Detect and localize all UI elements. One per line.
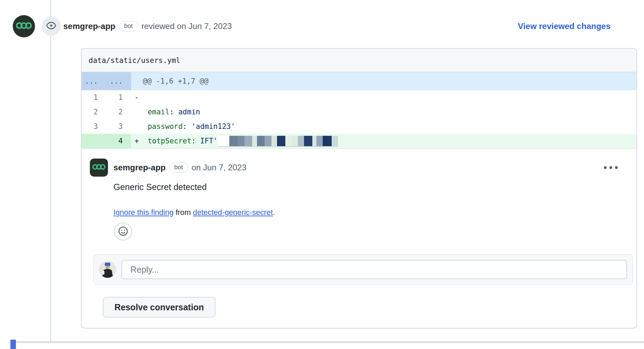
file-path-link[interactable]: data/static/users.yml [89,56,181,65]
redacted-secret [218,136,338,146]
line-number-new[interactable]: 3 [106,119,131,134]
rule-link[interactable]: detected-generic-secret [193,208,273,217]
line-number-old[interactable]: 3 [82,119,106,134]
user-avatar[interactable] [99,261,116,278]
diff-table: 11-22 email: admin33 password: 'admin123… [82,90,636,149]
line-number-new[interactable]: 4 [106,134,131,148]
code-segment: : [191,137,196,145]
reply-input[interactable] [121,260,627,279]
finding-line-period: . [273,208,275,217]
code-segment: password [135,122,183,131]
finding-line-text: from [176,208,191,217]
resolve-conversation-button[interactable]: Resolve conversation [103,297,215,318]
comment-header: semgrep-app bot on Jun 7, 2023 [90,159,636,177]
diff-row: 33 password: 'admin123' [82,119,636,134]
kebab-horizontal-icon [604,166,618,169]
page: semgrep-app bot reviewed on Jun 7, 2023 … [0,0,644,349]
line-number-old[interactable]: 1 [82,90,106,105]
code-segment: email [135,108,169,116]
line-number-old[interactable]: 2 [82,105,106,119]
comment-date: on Jun 7, 2023 [192,163,247,172]
code-segment: admin [174,108,200,116]
section-divider [16,341,644,343]
code-line: password: 'admin123' [131,119,636,134]
smiley-icon [118,226,128,237]
hunk-expander-new[interactable]: ... [106,72,131,90]
diff-hunk-row: ... ... @@ -1,6 +1,7 @@ [82,72,636,90]
diff-row: 11- [82,90,636,105]
diff-marker: + [135,137,139,145]
eye-badge [42,17,61,36]
semgrep-logo-icon [16,21,32,31]
add-reaction-button[interactable] [114,223,132,240]
code-segment: : [169,108,174,116]
semgrep-logo-icon [92,163,105,172]
code-segment: - [135,93,139,102]
comment-author-name[interactable]: semgrep-app [113,163,166,172]
code-line: email: admin [131,105,636,119]
finding-line: Ignore this findingfromdetected-generic-… [113,208,636,217]
eye-icon [46,20,56,32]
comment-author-avatar[interactable] [90,159,108,177]
diff-row: 4+ totpSecret: IFT' [82,134,636,148]
review-header: semgrep-app bot reviewed on Jun 7, 2023 [63,17,232,35]
hunk-expander[interactable]: ... ... [82,72,131,90]
hunk-header-text: @@ -1,6 +1,7 @@ [131,72,636,90]
code-segment: IFT' [196,137,218,145]
code-line: + totpSecret: IFT' [131,134,636,148]
timeline-rail [50,0,51,342]
comment-bot-badge: bot [169,162,188,173]
hunk-expander-old[interactable]: ... [82,72,106,90]
comment-section: semgrep-app bot on Jun 7, 2023 Generic S… [82,149,636,328]
review-thread-card: data/static/users.yml ... ... @@ -1,6 +1… [81,48,637,329]
review-action-text: reviewed on Jun 7, 2023 [141,21,232,31]
partial-element-bottom-left [10,340,16,349]
review-author-name[interactable]: semgrep-app [63,21,116,31]
resolve-row: Resolve conversation [90,285,636,328]
review-author-avatar[interactable] [13,15,35,37]
comment-body: Generic Secret detected [113,182,636,192]
diff-row: 22 email: admin [82,105,636,119]
line-number-new[interactable]: 2 [106,105,131,119]
code-line: - [131,90,636,105]
code-segment: : [183,122,187,131]
view-reviewed-changes-link[interactable]: View reviewed changes [518,17,610,35]
code-segment: 'admin123' [187,122,235,131]
bot-badge: bot [119,21,138,31]
comment-options-button[interactable] [602,161,619,174]
line-number-new[interactable]: 1 [106,90,131,105]
code-segment: totpSecret [139,137,192,145]
line-number-old[interactable] [82,134,106,148]
reply-bar [93,254,633,285]
diff-file-header: data/static/users.yml [82,49,636,72]
ignore-finding-link[interactable]: Ignore this finding [113,208,174,217]
